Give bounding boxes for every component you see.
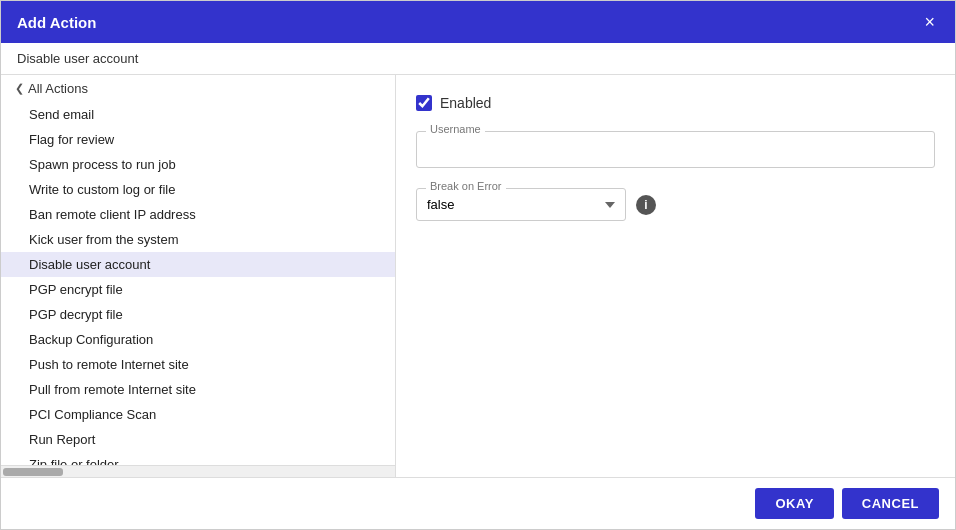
enabled-checkbox[interactable]	[416, 95, 432, 111]
dialog-footer: OKAY CANCEL	[1, 477, 955, 529]
username-field-group: Username	[416, 131, 935, 168]
dialog-subtitle: Disable user account	[1, 43, 955, 75]
right-panel-scroll[interactable]: Enabled Username Break on Error falsetru…	[396, 75, 955, 477]
enabled-row: Enabled	[416, 95, 935, 111]
break-on-error-field-group: Break on Error falsetrue i	[416, 188, 935, 221]
enabled-label: Enabled	[440, 95, 491, 111]
add-action-dialog: Add Action × Disable user account ❮ All …	[0, 0, 956, 530]
action-list-item[interactable]: Pull from remote Internet site	[1, 377, 395, 402]
action-list-item[interactable]: Kick user from the system	[1, 227, 395, 252]
action-list-item[interactable]: Spawn process to run job	[1, 152, 395, 177]
cancel-button[interactable]: CANCEL	[842, 488, 939, 519]
username-label: Username	[426, 123, 485, 135]
scroll-thumb	[3, 468, 63, 476]
action-list-item[interactable]: Disable user account	[1, 252, 395, 277]
all-actions-label: All Actions	[28, 81, 88, 96]
all-actions-header[interactable]: ❮ All Actions	[1, 75, 395, 102]
action-list-item[interactable]: Ban remote client IP address	[1, 202, 395, 227]
action-list-item[interactable]: Run Report	[1, 427, 395, 452]
dialog-title: Add Action	[17, 14, 96, 31]
break-on-error-row: falsetrue i	[416, 188, 935, 221]
break-on-error-select[interactable]: falsetrue	[416, 188, 626, 221]
info-icon[interactable]: i	[636, 195, 656, 215]
chevron-down-icon: ❮	[15, 82, 24, 95]
action-list-item[interactable]: Backup Configuration	[1, 327, 395, 352]
left-panel: ❮ All Actions Send emailFlag for reviewS…	[1, 75, 396, 477]
action-list-scroll[interactable]: ❮ All Actions Send emailFlag for reviewS…	[1, 75, 395, 465]
action-list: Send emailFlag for reviewSpawn process t…	[1, 102, 395, 465]
action-list-item[interactable]: Write to custom log or file	[1, 177, 395, 202]
action-list-item[interactable]: PGP encrypt file	[1, 277, 395, 302]
right-panel: Enabled Username Break on Error falsetru…	[396, 75, 955, 477]
close-button[interactable]: ×	[920, 11, 939, 33]
dialog-header: Add Action ×	[1, 1, 955, 43]
action-list-item[interactable]: Push to remote Internet site	[1, 352, 395, 377]
action-list-item[interactable]: PGP decrypt file	[1, 302, 395, 327]
break-on-error-label: Break on Error	[426, 180, 506, 192]
action-list-item[interactable]: Send email	[1, 102, 395, 127]
action-list-item[interactable]: Flag for review	[1, 127, 395, 152]
dialog-body: ❮ All Actions Send emailFlag for reviewS…	[1, 75, 955, 477]
action-list-item[interactable]: PCI Compliance Scan	[1, 402, 395, 427]
action-list-item[interactable]: Zip file or folder	[1, 452, 395, 465]
okay-button[interactable]: OKAY	[755, 488, 833, 519]
username-input[interactable]	[416, 131, 935, 168]
horizontal-scrollbar[interactable]	[1, 465, 395, 477]
